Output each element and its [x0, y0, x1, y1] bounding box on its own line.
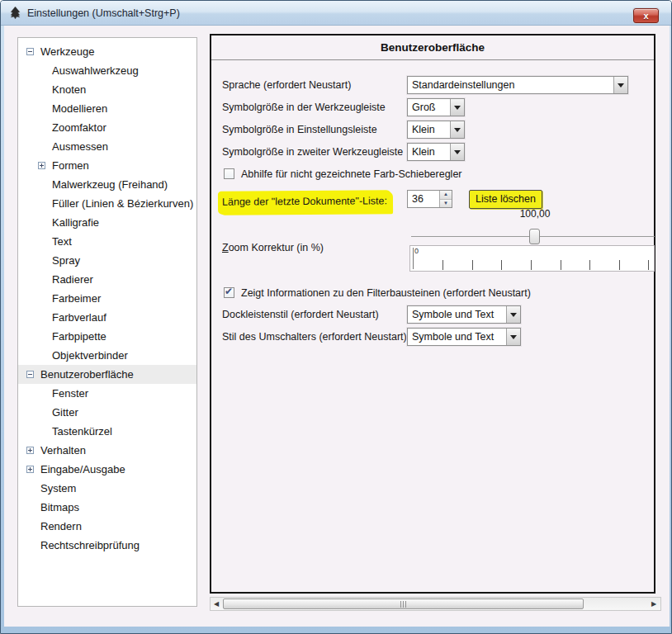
filter-info-checkbox[interactable]	[224, 287, 234, 298]
sidebar-item-verhalten[interactable]: Verhalten	[18, 441, 196, 460]
color-slider-fix-checkbox[interactable]	[224, 168, 234, 179]
dialog-body: Werkzeuge Auswahlwerkzeug Knoten Modelli…	[4, 26, 670, 627]
expand-icon[interactable]	[26, 447, 34, 454]
scrollbar-grip-icon	[400, 601, 407, 608]
sidebar-item-benutzeroberflaeche[interactable]: Benutzeroberfläche	[18, 365, 196, 384]
sidebar-item-label: Werkzeuge	[40, 45, 95, 58]
expand-icon[interactable]	[38, 162, 45, 169]
sidebar-item-ausmessen[interactable]: Ausmessen	[18, 137, 196, 156]
dock-style-label: Dockleistenstil (erfordert Neustart)	[222, 305, 379, 324]
sidebar-item-fueller[interactable]: Füller (Linien & Bézierkurven)	[18, 194, 196, 213]
sidebar-item-farbpipette[interactable]: Farbpipette	[18, 327, 196, 346]
second-toolbar-icon-size-select[interactable]: Klein	[407, 143, 465, 161]
sidebar-item-radierer[interactable]: Radierer	[18, 270, 196, 289]
chevron-down-icon[interactable]	[450, 144, 464, 160]
sidebar-item-label: Objektverbinder	[52, 349, 128, 362]
sidebar-item-label: Radierer	[52, 273, 93, 286]
sidebar-item-label: Füller (Linien & Bézierkurven)	[52, 197, 193, 210]
collapse-icon[interactable]	[26, 371, 34, 378]
spin-up-icon[interactable]: ▲	[440, 191, 452, 199]
second-toolbar-icon-size-value: Klein	[408, 144, 450, 160]
sidebar-item-label: Auswahlwerkzeug	[52, 64, 139, 77]
sidebar-item-label: Farbpipette	[52, 330, 106, 343]
sidebar-item-label: Kalligrafie	[52, 216, 99, 229]
sidebar-item-objektverbinder[interactable]: Objektverbinder	[18, 346, 196, 365]
sidebar-item-eingabe-ausgabe[interactable]: Eingabe/Ausgabe	[18, 460, 196, 479]
preferences-tree: Werkzeuge Auswahlwerkzeug Knoten Modelli…	[17, 37, 197, 607]
toolbar-icon-size-value: Groß	[408, 99, 450, 116]
sidebar-item-tastenkuerzel[interactable]: Tastenkürzel	[18, 422, 196, 441]
window-title: Einstellungen (Umschalt+Strg+P)	[27, 7, 180, 19]
sidebar-item-farbeimer[interactable]: Farbeimer	[18, 289, 196, 308]
zoom-correction-ruler[interactable]: 0	[409, 245, 655, 272]
language-label: Sprache (erfordert Neustart)	[222, 76, 351, 94]
clear-list-button[interactable]: Liste löschen	[469, 190, 542, 209]
switcher-style-select[interactable]: Symbole und Text	[407, 328, 521, 346]
recent-docs-count-stepper[interactable]: 36 ▲▼	[407, 190, 452, 208]
settings-bar-icon-size-label: Symbolgröße in Einstellungsleiste	[222, 121, 377, 139]
sidebar-item-label: Benutzeroberfläche	[40, 368, 134, 381]
expand-icon[interactable]	[26, 466, 34, 473]
sidebar-item-auswahlwerkzeug[interactable]: Auswahlwerkzeug	[18, 61, 196, 80]
horizontal-scrollbar[interactable]: ◀ ▶	[210, 597, 661, 611]
chevron-down-icon[interactable]	[613, 77, 627, 93]
inkscape-logo-icon	[8, 6, 22, 20]
language-value: Standardeinstellungen	[408, 77, 613, 93]
sidebar-item-rendern[interactable]: Rendern	[18, 517, 196, 536]
sidebar-item-modellieren[interactable]: Modellieren	[18, 99, 196, 118]
sidebar-item-formen[interactable]: Formen	[18, 156, 196, 175]
sidebar-item-malwerkzeug[interactable]: Malwerkzeug (Freihand)	[18, 175, 196, 194]
sidebar-item-bitmaps[interactable]: Bitmaps	[18, 498, 196, 517]
sidebar-item-system[interactable]: System	[18, 479, 196, 498]
sidebar-item-rechtschreibpruefung[interactable]: Rechtschreibprüfung	[18, 536, 196, 555]
sidebar-item-werkzeuge[interactable]: Werkzeuge	[18, 42, 196, 61]
switcher-style-value: Symbole und Text	[408, 329, 506, 345]
chevron-down-icon[interactable]	[506, 306, 520, 323]
switcher-style-label: Stil des Umschalters (erfordert Neustart…	[222, 328, 409, 346]
dock-style-value: Symbole und Text	[408, 306, 506, 323]
sidebar-item-gitter[interactable]: Gitter	[18, 403, 196, 422]
sidebar-item-zoomfaktor[interactable]: Zoomfaktor	[18, 118, 196, 137]
scroll-right-icon[interactable]: ▶	[648, 598, 660, 610]
sidebar-item-label: Bitmaps	[40, 501, 79, 513]
sidebar-item-label: Verhalten	[40, 444, 86, 457]
sidebar-item-label: Rendern	[40, 520, 82, 532]
chevron-down-icon[interactable]	[450, 99, 464, 116]
sidebar-item-kalligrafie[interactable]: Kalligrafie	[18, 213, 196, 232]
settings-panel: Benutzeroberfläche Sprache (erfordert Ne…	[210, 34, 655, 594]
ruler-origin-mark	[413, 248, 414, 269]
settings-bar-icon-size-value: Klein	[408, 121, 450, 138]
sidebar-item-fenster[interactable]: Fenster	[18, 384, 196, 403]
scroll-left-icon[interactable]: ◀	[211, 598, 222, 610]
settings-bar-icon-size-select[interactable]: Klein	[407, 121, 465, 139]
scrollbar-thumb[interactable]	[223, 599, 584, 609]
chevron-down-icon[interactable]	[506, 329, 520, 345]
sidebar-item-farbverlauf[interactable]: Farbverlauf	[18, 308, 196, 327]
sidebar-item-label: Knoten	[52, 83, 86, 96]
chevron-down-icon[interactable]	[450, 121, 464, 138]
zoom-correction-slider-handle[interactable]	[529, 229, 540, 244]
sidebar-item-label: Malwerkzeug (Freihand)	[52, 178, 168, 191]
sidebar-item-label: Rechtschreibprüfung	[40, 539, 140, 551]
sidebar-item-text[interactable]: Text	[18, 232, 196, 251]
sidebar-item-label: Fenster	[52, 387, 88, 400]
sidebar-item-label: Text	[52, 235, 72, 248]
spin-down-icon[interactable]: ▼	[440, 199, 452, 208]
language-select[interactable]: Standardeinstellungen	[407, 76, 628, 94]
recent-docs-label: Länge der "letzte Dokumente"-Liste:	[219, 190, 391, 213]
sidebar-item-label: Ausmessen	[52, 140, 108, 153]
sidebar-item-knoten[interactable]: Knoten	[18, 80, 196, 99]
zoom-correction-value: 100,00	[505, 208, 565, 220]
recent-docs-count-value: 36	[408, 191, 439, 207]
toolbar-icon-size-select[interactable]: Groß	[407, 98, 465, 116]
sidebar-item-label: Zoomfaktor	[52, 121, 106, 134]
title-bar[interactable]: Einstellungen (Umschalt+Strg+P) x	[1, 1, 671, 26]
sidebar-item-label: Tastenkürzel	[52, 425, 112, 438]
close-button[interactable]: x	[633, 8, 659, 23]
collapse-icon[interactable]	[26, 48, 34, 55]
dock-style-select[interactable]: Symbole und Text	[407, 305, 521, 324]
filter-info-label: Zeigt Informationen zu den Filterbaustei…	[241, 286, 531, 300]
sidebar-item-label: Spray	[52, 254, 80, 267]
sidebar-item-spray[interactable]: Spray	[18, 251, 196, 270]
sidebar-item-label: Modellieren	[52, 102, 107, 115]
